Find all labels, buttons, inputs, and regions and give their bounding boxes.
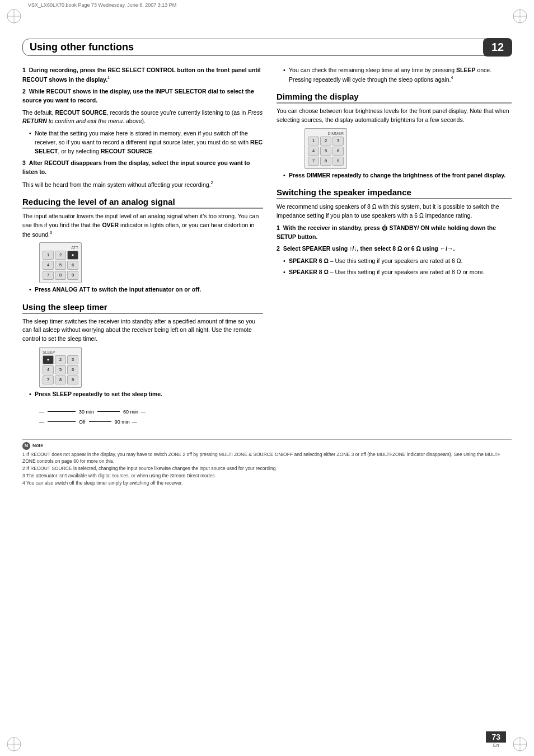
step-2-label: 2 [22, 88, 26, 95]
file-info: VSX_LX60LX70.book Page 73 Wednesday, Jun… [28, 2, 506, 8]
page-title: Using other functions [30, 41, 504, 53]
step-2-bullet: Note that the setting you make here is s… [29, 129, 263, 156]
left-column: 1 During recording, press the REC SELECT… [22, 66, 263, 434]
speaker-step-2: 2 Select SPEAKER using ↑/↓, then select … [277, 245, 512, 253]
chapter-badge: 12 [483, 38, 512, 57]
step-3: 3 After RECOUT disappears from the displ… [22, 159, 263, 177]
analog-body: The input attenuator lowers the input le… [22, 212, 263, 239]
step-1: 1 During recording, press the REC SELECT… [22, 66, 263, 84]
header-bar: Using other functions 12 [22, 39, 512, 56]
corner-mark-tl [6, 8, 22, 25]
note-4: 4 You can also switch off the sleep time… [22, 480, 512, 487]
page-number: 73 [486, 731, 506, 743]
step-2-body: The default, RECOUT SOURCE, records the … [22, 109, 263, 126]
page: VSX_LX60LX70.book Page 73 Wednesday, Jun… [0, 2, 534, 756]
sleep-bullet: Press SLEEP repeatedly to set the sleep … [29, 390, 263, 399]
dimmer-device-image: DIMMER 1 2 3 4 5 6 7 8 9 [305, 128, 512, 169]
speaker-body: We recommend using speakers of 8 Ω with … [277, 203, 512, 220]
speaker-heading: Switching the speaker impedance [277, 187, 512, 199]
speaker-step-1-label: 1 [277, 224, 280, 231]
analog-bullet: Press ANALOG ATT to switch the input att… [29, 285, 263, 294]
note-icon: N [22, 442, 30, 450]
step-1-sup: 1 [107, 76, 110, 79]
speaker-step-2-label: 2 [277, 245, 280, 252]
speaker-step-1: 1 With the receiver in standby, press ⏻ … [277, 224, 512, 242]
sleep-heading: Using the sleep timer [22, 302, 263, 314]
corner-mark-tr [512, 8, 528, 25]
corner-mark-bl [6, 736, 22, 753]
content-area: 1 During recording, press the REC SELECT… [22, 66, 512, 434]
footer: 73 En [486, 731, 506, 748]
corner-mark-br [512, 736, 528, 753]
right-column: You can check the remaining sleep time a… [277, 66, 512, 434]
step-3-body: This will be heard from the main system … [22, 180, 263, 189]
note-header: N Note [22, 442, 512, 450]
analog-heading: Reducing the level of an analog signal [22, 197, 263, 209]
speaker-6-bullet: SPEAKER 6 Ω – Use this setting if your s… [283, 257, 512, 266]
analog-device-image: ATT 1 2 ● 4 5 6 7 8 9 [39, 242, 263, 283]
sleep-diagram: — 30 min 60 min — — Off 90 min — [34, 403, 157, 429]
note-1: 1 If RECOUT does not appear in the displ… [22, 451, 512, 466]
step-2: 2 While RECOUT shows in the display, use… [22, 87, 263, 105]
speaker-8-bullet: SPEAKER 8 Ω – Use this setting if your s… [283, 268, 512, 277]
dimming-body: You can choose between four brightness l… [277, 107, 512, 125]
note-2: 2 If RECOUT SOURCE is selected, changing… [22, 465, 512, 472]
dimmer-bullet: Press DIMMER repeatedly to change the br… [283, 171, 512, 180]
sleep-extra-bullet: You can check the remaining sleep time a… [283, 66, 512, 84]
step-1-label: 1 [22, 67, 26, 73]
en-label: En [486, 743, 506, 748]
note-3: 3 The attenuator isn't available with di… [22, 472, 512, 480]
step-2-title: While RECOUT shows in the display, use t… [22, 88, 254, 104]
step-3-title: After RECOUT disappears from the display… [22, 159, 250, 175]
sleep-device-image: SLEEP ● 2 3 4 5 6 7 8 9 [39, 347, 263, 388]
dimming-heading: Dimming the display [277, 92, 512, 104]
note-section: N Note 1 If RECOUT does not appear in th… [22, 439, 512, 487]
sleep-body: The sleep timer switches the receiver in… [22, 317, 263, 344]
step-3-sup: 2 [211, 181, 213, 185]
step-3-label: 3 [22, 159, 26, 166]
step-1-text: During recording, press the REC SELECT C… [22, 67, 261, 82]
